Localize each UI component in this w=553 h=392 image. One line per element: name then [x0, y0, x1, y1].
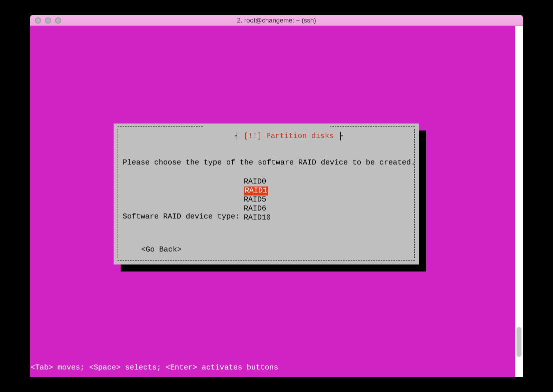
title-bracket-left: ┤ [235, 132, 244, 140]
terminal-window: 2. root@changeme: ~ (ssh) ┤ [!!] Partiti… [30, 15, 523, 377]
dialog-title-text: Partition disks [262, 132, 334, 140]
window-title: 2. root@changeme: ~ (ssh) [30, 16, 523, 24]
window-titlebar: 2. root@changeme: ~ (ssh) [30, 15, 523, 26]
go-back-button[interactable]: <Go Back> [141, 246, 182, 254]
footer-hint: <Tab> moves; <Space> selects; <Enter> ac… [31, 364, 278, 372]
minimize-icon[interactable] [45, 18, 51, 24]
dialog-instruction: Please choose the type of the software R… [123, 158, 410, 168]
option-raid1[interactable]: RAID1 [244, 186, 268, 196]
raid-options-list: RAID0 RAID1 RAID5 RAID6 RAID10 [244, 178, 271, 222]
option-raid0[interactable]: RAID0 [244, 178, 266, 186]
alert-tag: [!!] [244, 132, 262, 140]
zoom-icon[interactable] [55, 18, 61, 24]
option-raid5[interactable]: RAID5 [244, 196, 266, 204]
scrollbar[interactable] [515, 26, 523, 377]
partition-dialog: ┤ [!!] Partition disks ├ Please choose t… [114, 124, 419, 264]
option-raid6[interactable]: RAID6 [244, 204, 266, 213]
partition-dialog-wrap: ┤ [!!] Partition disks ├ Please choose t… [114, 124, 419, 264]
scroll-thumb[interactable] [516, 327, 521, 357]
close-icon[interactable] [35, 18, 41, 24]
terminal-area: ┤ [!!] Partition disks ├ Please choose t… [30, 26, 523, 377]
traffic-lights [30, 18, 61, 24]
title-bracket-right: ├ [334, 132, 343, 140]
option-raid10[interactable]: RAID10 [244, 214, 271, 222]
